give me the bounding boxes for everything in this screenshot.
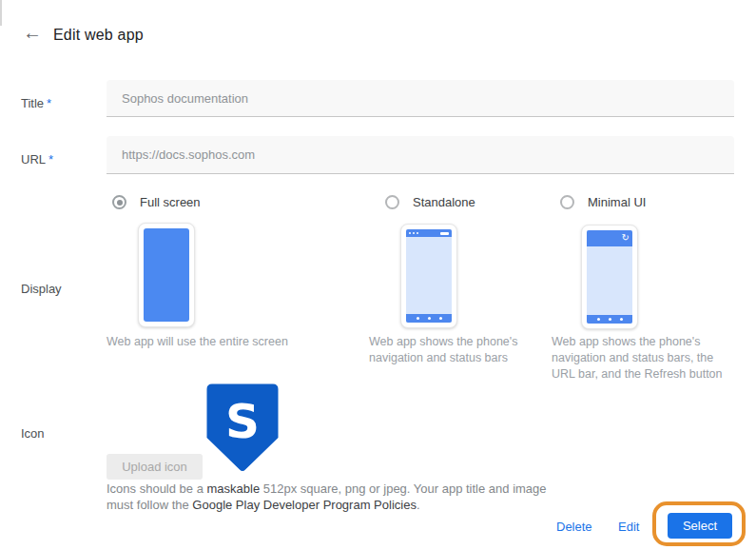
phone-minimal-ui-illustration: ↻ <box>581 225 638 329</box>
nav-bar <box>406 314 452 323</box>
radio-option-fullscreen[interactable]: Full screen <box>112 195 201 209</box>
sophos-letter: S <box>225 394 260 449</box>
url-label-text: URL <box>21 152 46 167</box>
back-arrow-icon[interactable]: ← <box>23 23 42 42</box>
icon-guidelines-note: Icons should be a maskable 512px square,… <box>107 481 555 513</box>
title-input[interactable]: Sophos documentation <box>107 80 734 117</box>
url-input[interactable]: https://docs.sophos.com <box>107 136 734 174</box>
refresh-icon: ↻ <box>622 233 630 243</box>
icon-section-label: Icon <box>21 426 45 441</box>
radio-fullscreen-label: Full screen <box>140 195 201 209</box>
sophos-shield-logo: S <box>206 383 279 473</box>
phone-standalone-illustration <box>400 224 457 328</box>
radio-fullscreen-icon[interactable] <box>112 195 126 209</box>
fullscreen-description: Web app will use the entire screen <box>107 334 311 350</box>
page-title: Edit web app <box>53 27 144 44</box>
panel-edge-divider <box>0 0 2 26</box>
delete-button[interactable]: Delete <box>556 520 592 534</box>
minimal-ui-description: Web app shows the phone's navigation and… <box>552 334 725 383</box>
title-label-text: Title <box>21 96 44 110</box>
edit-button[interactable]: Edit <box>618 520 639 534</box>
play-policies-link[interactable]: Google Play Developer Program Policies <box>192 498 417 512</box>
nav-bar <box>587 315 632 324</box>
select-button[interactable]: Select <box>668 513 732 539</box>
radio-minimal-ui-icon[interactable] <box>560 195 574 209</box>
required-asterisk: * <box>48 152 53 167</box>
edit-web-app-page: ← Edit web app Title* Sophos documentati… <box>0 0 756 550</box>
standalone-description: Web app shows the phone's navigation and… <box>369 334 538 366</box>
status-bar <box>406 229 452 237</box>
minimal-ui-screen: ↻ <box>587 230 632 324</box>
status-dots <box>409 232 418 234</box>
display-section-label: Display <box>21 282 62 296</box>
note-text: . <box>417 498 420 512</box>
radio-option-minimal-ui[interactable]: Minimal UI <box>560 195 646 209</box>
radio-minimal-ui-label: Minimal UI <box>588 195 646 209</box>
radio-standalone-icon[interactable] <box>385 195 399 209</box>
battery-icon <box>440 232 449 235</box>
upload-icon-button[interactable]: Upload icon <box>107 454 203 480</box>
maskable-link[interactable]: maskable <box>207 481 261 496</box>
radio-option-standalone[interactable]: Standalone <box>385 195 475 209</box>
title-field-label: Title* <box>21 96 51 110</box>
required-asterisk: * <box>47 96 51 110</box>
title-input-value: Sophos documentation <box>122 91 248 106</box>
url-input-value: https://docs.sophos.com <box>122 147 255 162</box>
phone-fullscreen-illustration <box>138 223 195 327</box>
radio-standalone-label: Standalone <box>413 195 475 209</box>
fullscreen-screen <box>144 228 189 322</box>
url-field-label: URL* <box>21 152 53 167</box>
note-text: Icons should be a <box>107 481 207 496</box>
standalone-screen <box>406 229 452 323</box>
